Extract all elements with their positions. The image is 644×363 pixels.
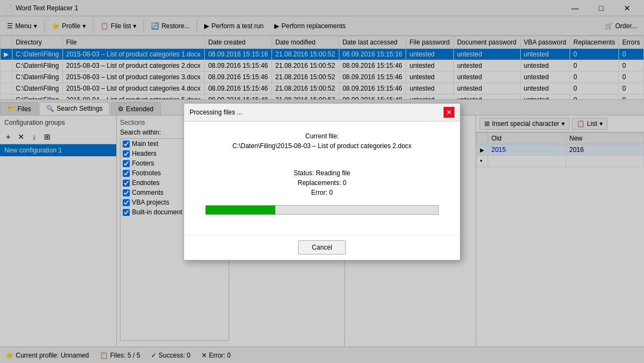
modal-close-button[interactable]: ✕ — [444, 107, 454, 118]
modal-title: Processing files ... — [190, 109, 444, 116]
modal-filename: C:\Daten\Filing\2015-08-03 – List of pro… — [232, 142, 412, 150]
modal-replacements: Replacements: 0 — [298, 179, 346, 187]
modal-footer: Cancel — [184, 234, 460, 260]
modal-status: Status: Reading file — [294, 169, 350, 177]
modal-body: Current file: C:\Daten\Filing\2015-08-03… — [184, 122, 460, 234]
modal-error: Error: 0 — [311, 189, 333, 196]
modal-titlebar: Processing files ... ✕ — [184, 104, 460, 122]
current-file-label: Current file: — [305, 132, 339, 140]
processing-modal: Processing files ... ✕ Current file: C:\… — [184, 103, 460, 260]
progress-bar — [205, 205, 439, 215]
modal-overlay: Processing files ... ✕ Current file: C:\… — [0, 0, 644, 363]
progress-bar-fill — [206, 206, 275, 214]
cancel-button[interactable]: Cancel — [298, 240, 345, 254]
